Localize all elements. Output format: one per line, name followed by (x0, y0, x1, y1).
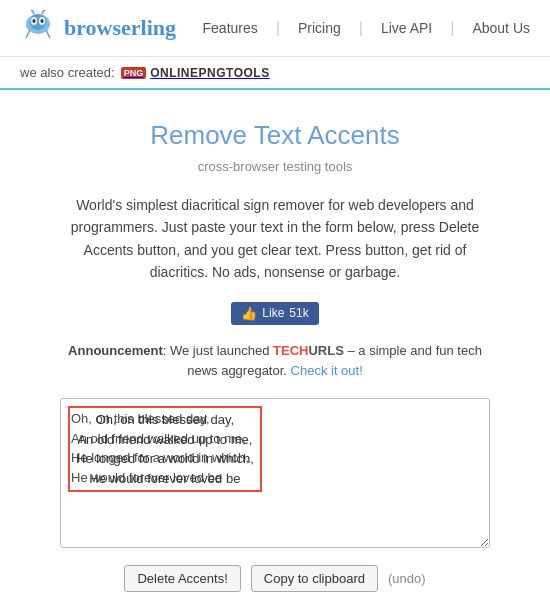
nav-sep-1: | (276, 19, 280, 37)
buttons-row: Delete Accents! Copy to clipboard (undo) (60, 565, 490, 592)
announcement-tech-text: TECHURLS (273, 343, 347, 358)
like-label: Like (262, 306, 284, 320)
announcement: Announcement: We just launched TECHURLS … (60, 341, 490, 383)
sub-header: we also created: PNG ONLINEPNGTOOLS (0, 57, 550, 90)
nav-sep-3: | (450, 19, 454, 37)
onlinepngtools-link[interactable]: PNG ONLINEPNGTOOLS (121, 66, 270, 80)
logo-icon (20, 10, 56, 46)
page-title: Remove Text Accents (60, 120, 490, 151)
thumb-icon: 👍 (241, 306, 257, 321)
page-subtitle: cross-browser testing tools (60, 159, 490, 174)
svg-line-10 (26, 30, 30, 38)
onlinepngtools-text: ONLINEPNGTOOLS (150, 66, 269, 80)
undo-link: (undo) (388, 571, 426, 586)
main-content: Remove Text Accents cross-browser testin… (0, 90, 550, 597)
description: World's simplest diacritical sign remove… (60, 194, 490, 284)
logo-text: browserling (64, 15, 176, 41)
header: browserling Features | Pricing | Live AP… (0, 0, 550, 57)
svg-point-5 (41, 19, 44, 23)
tech-label: TECH (273, 343, 308, 358)
logo-area: browserling (20, 10, 176, 46)
facebook-like-button[interactable]: 👍 Like 51k (231, 302, 318, 325)
we-also-created-label: we also created: (20, 65, 115, 80)
copy-clipboard-button[interactable]: Copy to clipboard (251, 565, 378, 592)
delete-accents-button[interactable]: Delete Accents! (124, 565, 240, 592)
like-count: 51k (289, 306, 308, 320)
svg-line-11 (46, 30, 50, 38)
nav-sep-2: | (359, 19, 363, 37)
png-icon: PNG (121, 67, 147, 79)
nav-pricing[interactable]: Pricing (298, 20, 341, 36)
nav-live-api[interactable]: Live API (381, 20, 432, 36)
textarea-wrapper: Oh, on this blessed day, An old friend w… (60, 398, 490, 551)
announcement-prefix: Announcement (68, 343, 163, 358)
like-area: 👍 Like 51k (60, 302, 490, 325)
main-nav: Features | Pricing | Live API | About Us (203, 19, 530, 37)
urls-label: URLS (308, 343, 343, 358)
text-input[interactable] (60, 398, 490, 548)
nav-about-us[interactable]: About Us (472, 20, 530, 36)
nav-features[interactable]: Features (203, 20, 258, 36)
svg-point-4 (33, 19, 36, 23)
announcement-link[interactable]: Check it out! (291, 363, 363, 378)
